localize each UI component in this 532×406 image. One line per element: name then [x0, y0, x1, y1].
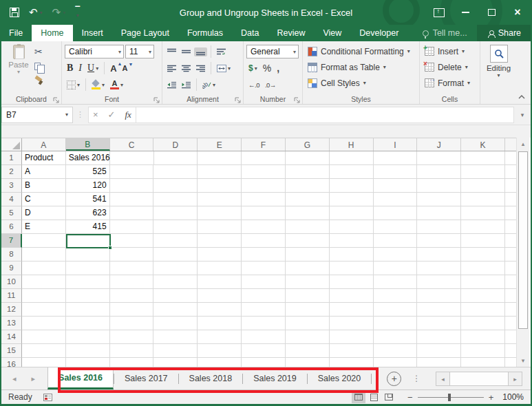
cell-K11[interactable] — [461, 289, 505, 303]
cell-A14[interactable] — [22, 330, 66, 344]
cell-H2[interactable] — [330, 165, 374, 179]
cell-A6[interactable]: E — [22, 220, 66, 234]
cell-H15[interactable] — [330, 344, 374, 358]
cell-I3[interactable] — [374, 179, 418, 193]
row-header-11[interactable]: 11 — [1, 289, 22, 303]
sheet-tab-sales-2017[interactable]: Sales 2017 — [114, 367, 178, 389]
cell-D11[interactable] — [153, 289, 198, 303]
cell-G2[interactable] — [286, 165, 330, 179]
cell-partial-row16[interactable] — [505, 358, 516, 367]
cell-K14[interactable] — [461, 330, 505, 344]
number-format-select[interactable]: General▾ — [246, 45, 299, 58]
row-header-8[interactable]: 8 — [1, 248, 22, 261]
cell-C3[interactable] — [110, 179, 154, 193]
cell-H5[interactable] — [330, 206, 374, 220]
cell-K16[interactable] — [461, 358, 505, 367]
cell-B2[interactable]: 525 — [66, 165, 110, 179]
cell-D13[interactable] — [153, 317, 198, 330]
cell-K5[interactable] — [461, 206, 505, 220]
redo-button[interactable]: ↷▾ — [52, 6, 66, 19]
tell-me-box[interactable]: Tell me... — [413, 25, 477, 41]
cell-F15[interactable] — [242, 344, 286, 358]
cell-B6[interactable]: 415 — [66, 220, 110, 234]
cell-F13[interactable] — [242, 317, 286, 330]
cell-D5[interactable] — [153, 206, 198, 220]
cell-J14[interactable] — [417, 330, 461, 344]
cell-B11[interactable] — [66, 289, 110, 303]
cell-J1[interactable] — [417, 151, 461, 165]
cell-E7[interactable] — [198, 234, 242, 248]
accounting-format-button[interactable]: $▾ — [246, 63, 259, 74]
editing-group-button[interactable] — [490, 45, 508, 63]
cell-D7[interactable] — [153, 234, 198, 248]
row-header-5[interactable]: 5 — [1, 206, 22, 220]
cell-F2[interactable] — [242, 165, 286, 179]
column-header-E[interactable]: E — [198, 138, 242, 151]
undo-dropdown-icon[interactable]: ▾ — [40, 10, 43, 16]
scroll-down-button[interactable]: ▾ — [517, 354, 529, 367]
decrease-font-size-button[interactable]: A▼ — [120, 63, 130, 73]
cell-H9[interactable] — [330, 261, 374, 275]
tab-formulas[interactable]: Formulas — [178, 25, 232, 41]
cell-J2[interactable] — [417, 165, 461, 179]
minimize-button[interactable] — [455, 3, 476, 21]
cell-E5[interactable] — [198, 206, 242, 220]
cell-I9[interactable] — [374, 261, 418, 275]
normal-view-button[interactable] — [352, 392, 365, 403]
cell-C14[interactable] — [110, 330, 154, 344]
cell-H14[interactable] — [330, 330, 374, 344]
cell-A9[interactable] — [22, 261, 66, 275]
cell-A3[interactable]: B — [22, 179, 66, 193]
cell-B5[interactable]: 623 — [66, 206, 110, 220]
cell-A11[interactable] — [22, 289, 66, 303]
cell-B16[interactable] — [66, 358, 110, 367]
cell-I2[interactable] — [374, 165, 418, 179]
cell-partial-row10[interactable] — [505, 275, 516, 289]
cell-E3[interactable] — [198, 179, 242, 193]
cell-G15[interactable] — [286, 344, 330, 358]
format-painter-button[interactable] — [33, 74, 46, 87]
zoom-out-button[interactable]: − — [407, 392, 413, 403]
cell-K7[interactable] — [461, 234, 505, 248]
zoom-slider[interactable] — [418, 394, 484, 401]
cell-H8[interactable] — [330, 248, 374, 261]
cell-G9[interactable] — [286, 261, 330, 275]
cell-F14[interactable] — [242, 330, 286, 344]
cell-A16[interactable] — [22, 358, 66, 367]
column-header-B[interactable]: B — [66, 138, 110, 151]
cell-D4[interactable] — [153, 193, 198, 206]
cell-B15[interactable] — [66, 344, 110, 358]
enter-button[interactable]: ✓ — [108, 109, 116, 120]
cell-I11[interactable] — [374, 289, 418, 303]
cell-J4[interactable] — [417, 193, 461, 206]
cell-I1[interactable] — [374, 151, 418, 165]
cell-G8[interactable] — [286, 248, 330, 261]
cell-H1[interactable] — [330, 151, 374, 165]
cell-I5[interactable] — [374, 206, 418, 220]
cell-K6[interactable] — [461, 220, 505, 234]
cell-I15[interactable] — [374, 344, 418, 358]
cell-J12[interactable] — [417, 303, 461, 317]
editing-dropdown-icon[interactable]: ▾ — [483, 72, 514, 78]
share-button[interactable]: Share — [477, 25, 532, 41]
column-header-K[interactable]: K — [461, 138, 505, 151]
decrease-decimal-button[interactable]: .0→ — [263, 81, 278, 89]
cell-K3[interactable] — [461, 179, 505, 193]
cell-partial-row4[interactable] — [505, 193, 516, 206]
tab-data[interactable]: Data — [232, 25, 268, 41]
cell-C10[interactable] — [110, 275, 154, 289]
cell-partial-row6[interactable] — [505, 220, 516, 234]
cell-F7[interactable] — [242, 234, 286, 248]
column-header-partial[interactable] — [505, 138, 516, 151]
cell-F16[interactable] — [242, 358, 286, 367]
cell-I8[interactable] — [374, 248, 418, 261]
cell-A4[interactable]: C — [22, 193, 66, 206]
alignment-dialog-launcher[interactable] — [235, 96, 242, 103]
row-header-15[interactable]: 15 — [1, 344, 22, 358]
cell-D9[interactable] — [153, 261, 198, 275]
horizontal-scrollbar[interactable]: ◂ ▸ — [436, 372, 522, 386]
cell-A2[interactable]: A — [22, 165, 66, 179]
fill-color-button[interactable]: ▾ — [89, 80, 107, 90]
cell-I12[interactable] — [374, 303, 418, 317]
cell-F6[interactable] — [242, 220, 286, 234]
